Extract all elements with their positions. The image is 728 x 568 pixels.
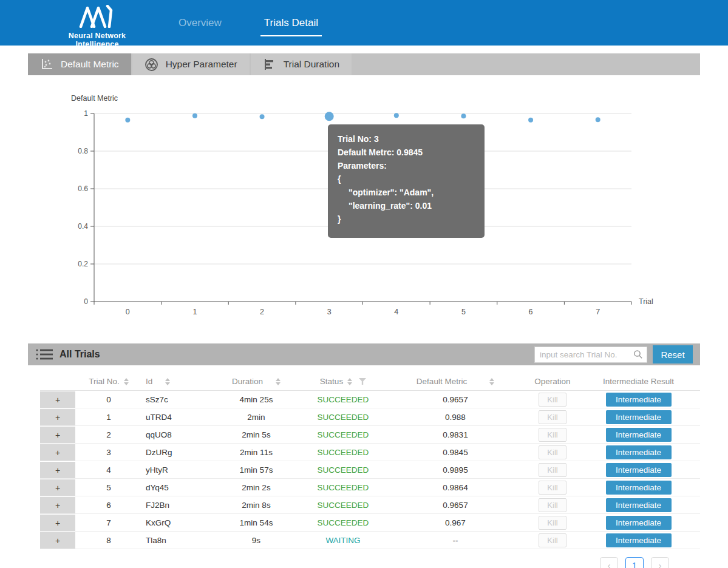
pagination: ‹ 1 › [600,557,669,568]
status-cell: WAITING [304,536,383,545]
filter-icon[interactable] [359,378,366,385]
expand-cell-wrap: + [40,444,75,461]
table-row: +4yHtyR1min 57sSUCCEEDED0.9895KillInterm… [40,461,700,479]
tooltip-line: "optimizer": "Adam", [338,186,475,199]
search-input[interactable] [534,347,647,363]
tab-hyper-parameter[interactable]: Hyper Parameter [132,53,250,75]
default-metric-chart: Default Metric 00.20.40.60.8101234567Tri… [0,85,728,334]
header-id[interactable]: Id [142,377,209,386]
operation-cell: Kill [528,498,577,512]
intermediate-button[interactable]: Intermediate [606,516,672,530]
operation-cell: Kill [528,410,577,424]
header-intermediate-result: Intermediate Result [577,377,700,386]
intermediate-cell: Intermediate [577,445,700,459]
intermediate-button[interactable]: Intermediate [606,410,672,424]
metric-cell: 0.9895 [383,465,528,475]
header-duration[interactable]: Duration [209,377,304,386]
trial-no-cell: 2 [75,430,142,439]
top-navbar: Neural Network Intelligence Overview Tri… [0,0,728,46]
metric-cell: 0.9864 [383,483,528,492]
expand-cell-wrap: + [40,391,75,408]
duration-cell: 2min 2s [209,483,304,492]
expand-row-button[interactable]: + [40,532,75,549]
chart-tooltip: Trial No: 3Default Metrc: 0.9845Paramete… [328,124,485,238]
expand-row-button[interactable]: + [40,391,75,408]
intermediate-button[interactable]: Intermediate [606,445,672,459]
intermediate-cell: Intermediate [577,481,700,495]
svg-text:2: 2 [260,308,264,316]
expand-row-button[interactable]: + [40,462,75,478]
tab-trial-duration[interactable]: Trial Duration [251,53,352,75]
page-1-button[interactable]: 1 [625,557,644,568]
sort-icon[interactable] [347,378,352,385]
svg-text:1: 1 [84,109,88,118]
trial-id-cell: FJ2Bn [142,501,209,510]
intermediate-button[interactable]: Intermediate [606,428,672,442]
trials-table: Trial No. Id Duration Status Default Met… [40,373,700,549]
kill-button[interactable]: Kill [539,410,566,424]
sort-icon[interactable] [124,378,129,385]
sort-icon[interactable] [165,378,170,385]
reset-button[interactable]: Reset [653,345,693,363]
kill-button[interactable]: Kill [539,533,566,547]
header-trial-no[interactable]: Trial No. [75,377,142,386]
nav-overview[interactable]: Overview [176,13,224,33]
sort-icon[interactable] [276,378,281,385]
nav-trials-detail[interactable]: Trials Detail [262,13,321,33]
nni-app: Neural Network Intelligence Overview Tri… [0,0,728,568]
expand-row-button[interactable]: + [40,479,75,496]
kill-button[interactable]: Kill [539,498,566,512]
intermediate-cell: Intermediate [577,410,700,424]
intermediate-button[interactable]: Intermediate [606,481,672,495]
next-page-button[interactable]: › [651,557,669,568]
expand-row-button[interactable]: + [40,515,75,531]
status-cell: SUCCEEDED [304,448,383,457]
status-cell: SUCCEEDED [304,501,383,510]
kill-button[interactable]: Kill [539,481,566,495]
header-default-metric[interactable]: Default Metric [383,377,528,386]
intermediate-button[interactable]: Intermediate [606,463,672,477]
table-row: +6FJ2Bn2min 8sSUCCEEDED0.9657KillInterme… [40,496,700,514]
svg-text:0.2: 0.2 [78,260,88,268]
operation-cell: Kill [528,463,577,477]
trial-id-cell: uTRD4 [142,413,209,422]
expand-row-button[interactable]: + [40,409,75,425]
expand-row-button[interactable]: + [40,497,75,513]
header-status[interactable]: Status [304,377,383,386]
prev-page-button[interactable]: ‹ [600,557,618,568]
svg-text:0.8: 0.8 [78,147,88,155]
trial-id-cell: KxGrQ [142,518,209,527]
kill-button[interactable]: Kill [539,463,566,477]
tooltip-line: "learning_rate": 0.01 [338,199,475,212]
tab-label: Hyper Parameter [166,59,237,70]
svg-text:Trial: Trial [639,297,653,306]
intermediate-button[interactable]: Intermediate [606,498,672,512]
all-trials-header: All Trials Reset [28,343,700,365]
operation-cell: Kill [528,516,577,530]
sort-icon[interactable] [489,378,494,385]
tab-default-metric[interactable]: Default Metric [28,53,131,75]
table-header-row: Trial No. Id Duration Status Default Met… [40,373,700,391]
expand-cell-wrap: + [40,461,75,478]
tooltip-line: Default Metrc: 0.9845 [338,146,475,159]
table-row: +1uTRD42minSUCCEEDED0.988KillIntermediat… [40,408,700,426]
status-cell: SUCCEEDED [304,518,383,527]
intermediate-button[interactable]: Intermediate [606,393,672,407]
table-row: +2qqUO82min 5sSUCCEEDED0.9831KillInterme… [40,426,700,444]
intermediate-button[interactable]: Intermediate [606,533,672,547]
kill-button[interactable]: Kill [539,445,566,459]
kill-button[interactable]: Kill [539,516,566,530]
expand-row-button[interactable]: + [40,444,75,461]
metric-cell: 0.9657 [383,501,528,510]
main-nav: Overview Trials Detail [176,0,321,46]
svg-text:3: 3 [327,308,332,316]
status-cell: SUCCEEDED [304,430,383,439]
duration-cell: 2min 5s [209,430,304,439]
kill-button[interactable]: Kill [539,393,566,407]
kill-button[interactable]: Kill [539,428,566,442]
trial-id-cell: DzURg [142,448,209,457]
trial-id-cell: dYq45 [142,483,209,492]
tab-label: Default Metric [61,59,119,70]
expand-row-button[interactable]: + [40,427,75,443]
operation-cell: Kill [528,533,577,547]
